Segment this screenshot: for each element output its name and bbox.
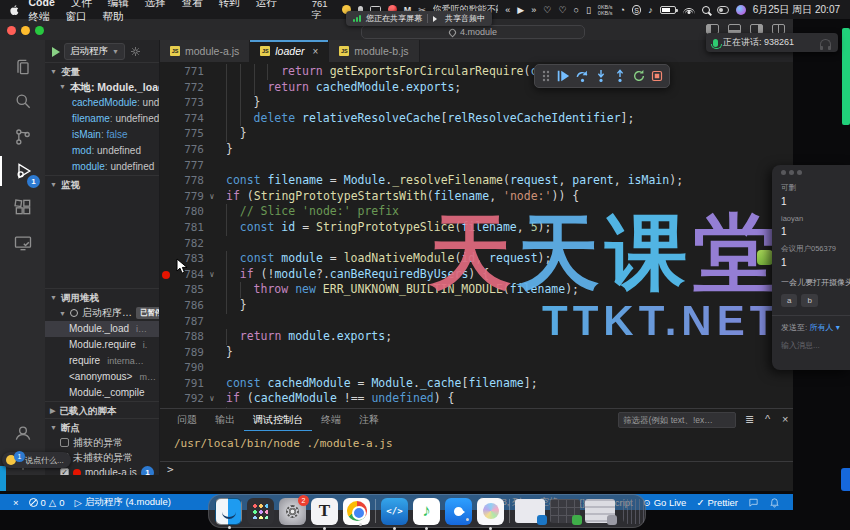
menu-item-3[interactable]: 选择 xyxy=(137,0,174,8)
apple-menu-icon[interactable] xyxy=(10,4,19,16)
console-filter-input[interactable]: 筛选器(例如 text、!ex… xyxy=(618,412,736,428)
panel-drag-handle[interactable] xyxy=(757,250,773,265)
code-line-773[interactable]: 773 } xyxy=(160,95,793,111)
code-line-778[interactable]: 778 const filename = Module._resolveFile… xyxy=(160,173,793,189)
explorer-icon[interactable] xyxy=(0,52,45,82)
breakpoint-checkbox[interactable]: ✓ xyxy=(60,468,69,475)
feedback-icon[interactable] xyxy=(743,497,764,508)
gutter[interactable]: 779∨ xyxy=(160,189,226,205)
menu-item-6[interactable]: 运行 xyxy=(248,0,285,8)
launch-config-dropdown[interactable]: 启动程序▼ xyxy=(64,43,125,60)
code-line-780[interactable]: 780 // Slice 'node:' prefix xyxy=(160,204,793,220)
filter-icon[interactable]: ≣ xyxy=(745,413,754,426)
dock-typora-icon[interactable]: T xyxy=(311,498,338,525)
siri-icon[interactable] xyxy=(736,5,746,15)
callstack-section-header[interactable]: ▼调用堆栈 xyxy=(45,288,159,305)
code-line-774[interactable]: 774 delete relativeResolveCache[relResol… xyxy=(160,111,793,127)
search-icon[interactable] xyxy=(0,86,45,116)
menu-item-8[interactable]: 窗口 xyxy=(58,10,95,22)
menu-item-4[interactable]: 查看 xyxy=(174,0,211,8)
tab-close-icon[interactable]: × xyxy=(312,46,318,57)
loaded-scripts-header[interactable]: ▶已载入的脚本 xyxy=(45,401,159,418)
menu-item-7[interactable]: 终端 xyxy=(21,10,58,22)
continue-icon[interactable] xyxy=(556,69,570,83)
variable-row[interactable]: mod: undefined xyxy=(45,143,159,159)
code-line-788[interactable]: 788 return module.exports; xyxy=(160,329,793,345)
maximize-window-button[interactable] xyxy=(35,26,44,35)
clock-icon[interactable]: ◔ xyxy=(620,5,625,15)
debug-status[interactable]: ▷启动程序 (4.module) xyxy=(69,496,175,509)
stack-frame[interactable]: requireinterna… xyxy=(45,353,159,369)
gutter[interactable]: 776 xyxy=(160,142,226,158)
dock-finder-icon[interactable] xyxy=(215,498,242,525)
meeting-chat-panel[interactable]: 可删1iaoyan1会议用户0563791 一会儿要打开摄像头 ab 发送至: … xyxy=(772,165,850,370)
gutter[interactable]: 783 xyxy=(160,251,226,267)
gutter[interactable]: 775 xyxy=(160,126,226,142)
media-next-icon[interactable]: » xyxy=(531,5,536,15)
volume-icon[interactable]: ♪ xyxy=(648,5,653,15)
tab-module-a.js[interactable]: JS module-a.js xyxy=(160,40,250,62)
stop-icon[interactable] xyxy=(651,70,663,82)
gutter[interactable]: 791 xyxy=(160,376,226,392)
variable-row[interactable]: module: undefined xyxy=(45,159,159,175)
heart-icon[interactable]: ♡ xyxy=(543,5,551,15)
remote-indicator[interactable]: × xyxy=(8,497,24,508)
gutter[interactable]: 777 xyxy=(160,158,226,174)
notifications-bell-icon[interactable] xyxy=(764,497,785,508)
panel-tab-问题[interactable]: 问题 xyxy=(168,409,206,431)
code-line-792[interactable]: 792∨ if (cachedModule !== undefined) { xyxy=(160,391,793,407)
gutter[interactable]: 773 xyxy=(160,95,226,111)
gutter[interactable]: 792∨ xyxy=(160,391,226,407)
code-line-785[interactable]: 785 throw new ERR_UNKNOWN_BUILTIN_MODULE… xyxy=(160,282,793,298)
dock-minimized-window-2[interactable] xyxy=(550,499,580,523)
watch-section-header[interactable]: ▼监视 xyxy=(45,175,159,192)
menu-item-9[interactable]: 帮助 xyxy=(95,10,132,22)
dock-launchpad-icon[interactable] xyxy=(247,498,274,525)
breakpoint-row[interactable]: 捕获的异常 xyxy=(45,435,159,450)
panel-tab-调试控制台[interactable]: 调试控制台 xyxy=(244,409,312,431)
dock-meeting-icon[interactable] xyxy=(445,498,472,525)
breakpoint-dot[interactable] xyxy=(162,271,170,279)
s-app-icon[interactable]: S xyxy=(632,5,641,15)
chat-input-placeholder[interactable]: 输入消息... xyxy=(781,340,850,351)
gutter[interactable]: 774 xyxy=(160,111,226,127)
dock-settings-icon[interactable]: 2 xyxy=(279,498,306,525)
media-play-icon[interactable]: ▶ xyxy=(517,5,524,15)
toolbar-drag-handle[interactable] xyxy=(541,69,551,83)
voice-speaking-widget[interactable]: 正在讲话: 938261 xyxy=(706,33,838,52)
bottom-right-blue-widget[interactable] xyxy=(841,468,850,491)
code-line-790[interactable]: 790 xyxy=(160,360,793,376)
code-line-787[interactable]: 787 xyxy=(160,314,793,330)
user-icon[interactable]: ○ xyxy=(573,5,578,15)
dock-trash-icon[interactable] xyxy=(620,498,647,525)
screen-share-banner[interactable]: 您正在共享屏幕 共享音频中 xyxy=(346,11,492,26)
menu-item-2[interactable]: 编辑 xyxy=(100,0,137,8)
gutter[interactable]: 789 xyxy=(160,345,226,361)
chat-send-to[interactable]: 发送至: 所有人 ▾ xyxy=(781,322,850,333)
panel-tab-输出[interactable]: 输出 xyxy=(206,409,244,431)
breakpoints-section-header[interactable]: ▼断点 xyxy=(45,418,159,435)
gutter[interactable]: 771 xyxy=(160,64,226,80)
dock-chrome-icon[interactable] xyxy=(343,498,370,525)
close-window-button[interactable] xyxy=(7,26,16,35)
gutter[interactable]: 772 xyxy=(160,80,226,96)
code-line-791[interactable]: 791 const cachedModule = Module._cache[f… xyxy=(160,376,793,392)
gutter[interactable]: 778 xyxy=(160,173,226,189)
menu-date-time[interactable]: 6月25日 周日 20:07 xyxy=(753,3,840,17)
code-line-779[interactable]: 779∨ if (StringPrototypeStartsWith(filen… xyxy=(160,189,793,205)
variables-scope[interactable]: ▼本地: Module._load xyxy=(45,79,159,95)
panel-collapse-icon[interactable]: ^ xyxy=(765,413,770,425)
code-line-775[interactable]: 775 } xyxy=(160,126,793,142)
code-editor[interactable]: 771 return getExportsForCircularRequire(… xyxy=(160,62,793,408)
problems-status[interactable]: 0△0 xyxy=(24,497,70,508)
gutter[interactable]: 782 xyxy=(160,236,226,252)
menu-item-1[interactable]: 文件 xyxy=(63,0,100,8)
step-over-icon[interactable] xyxy=(575,69,590,83)
tab-module-b.js[interactable]: JS module-b.js xyxy=(329,40,419,62)
launch-settings-icon[interactable] xyxy=(129,45,142,58)
code-line-777[interactable]: 777 xyxy=(160,158,793,174)
heart2-icon[interactable]: ♡ xyxy=(558,5,566,15)
document-icon[interactable]: ▯ xyxy=(586,5,591,15)
gutter[interactable]: 781 xyxy=(160,220,226,236)
control-center-icon[interactable] xyxy=(717,6,729,14)
